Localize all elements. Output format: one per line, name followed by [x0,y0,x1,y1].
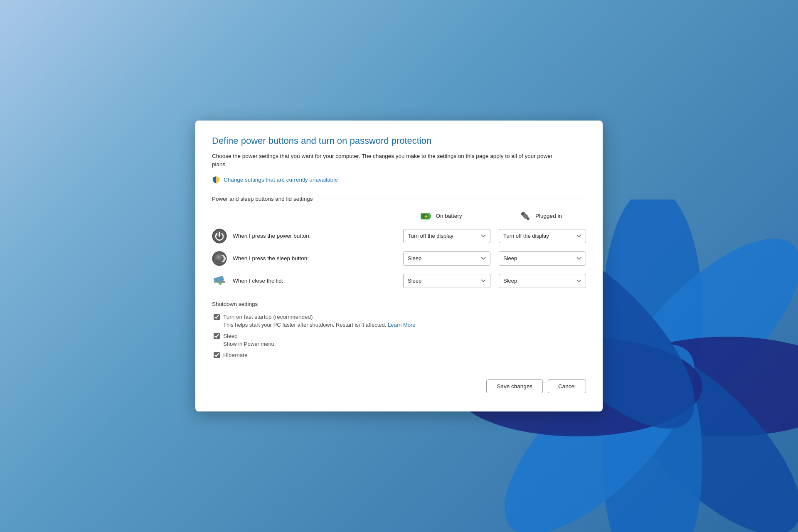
fast-startup-label: Turn on fast startup (recommended) [223,314,313,320]
sleep-button-icon [212,251,227,266]
lid-label: When I close the lid: [233,278,403,284]
bottom-divider [195,371,603,371]
sleep-button-plugged-dropdown[interactable]: Do nothing Sleep Hibernate Shut down Tur… [499,251,586,266]
power-button-plugged-dropdown[interactable]: Do nothing Sleep Hibernate Shut down Tur… [499,229,586,243]
power-button-row: When I press the power button: Do nothin… [212,229,586,244]
save-changes-button[interactable]: Save changes [486,379,543,393]
svg-text:⚡: ⚡ [424,214,429,219]
svg-point-0 [603,200,702,436]
svg-rect-9 [430,214,431,218]
sleep-checkbox-row: Sleep [214,333,586,339]
shutdown-items: Turn on fast startup (recommended) This … [212,314,586,358]
sleep-checkbox[interactable] [214,333,220,339]
hibernate-checkbox-row: Hibernate [214,352,586,358]
lid-close-icon [212,273,227,288]
svg-point-2 [603,337,798,436]
button-row: Save changes Cancel [212,379,586,393]
fast-startup-checkbox-row: Turn on fast startup (recommended) [214,314,586,320]
hibernate-checkbox[interactable] [214,352,220,358]
battery-icon: ⚡ [419,209,432,223]
on-battery-header: ⚡ On battery [395,209,486,223]
lid-battery-dropdown[interactable]: Do nothing Sleep Hibernate Shut down Tur… [403,274,490,288]
sleep-label: Sleep [223,333,238,339]
plugged-in-header: Plugged in [495,209,586,223]
fast-startup-desc: This helps start your PC faster after sh… [214,322,586,328]
power-button-icon [212,229,227,244]
change-settings-link[interactable]: Change settings that are currently unava… [224,177,338,183]
power-button-label: When I press the power button: [233,233,403,239]
hibernate-item: Hibernate [214,352,586,358]
lid-plugged-dropdown[interactable]: Do nothing Sleep Hibernate Shut down Tur… [499,274,586,288]
power-button-dropdowns: Do nothing Sleep Hibernate Shut down Tur… [403,229,586,243]
power-options-dialog: Define power buttons and turn on passwor… [195,121,603,411]
svg-point-1 [582,210,798,457]
power-button-battery-dropdown[interactable]: Do nothing Sleep Hibernate Shut down Tur… [403,229,490,243]
fast-startup-checkbox[interactable] [214,314,220,320]
sleep-button-dropdowns: Do nothing Sleep Hibernate Shut down Tur… [403,251,586,266]
sleep-button-label: When I press the sleep button: [233,255,403,261]
sleep-item: Sleep Show in Power menu. [214,333,586,347]
power-settings-rows: When I press the power button: Do nothin… [212,229,586,288]
sleep-desc: Show in Power menu. [214,341,586,347]
svg-point-4 [603,337,702,532]
power-sleep-section-header: Power and sleep buttons and lid settings [212,196,586,202]
cancel-button[interactable]: Cancel [548,379,586,393]
sleep-button-row: When I press the sleep button: Do nothin… [212,251,586,266]
learn-more-link[interactable]: Learn More [388,322,415,328]
dialog-title: Define power buttons and turn on passwor… [212,135,586,146]
column-headers: ⚡ On battery Plugged in [212,209,586,223]
hibernate-label: Hibernate [223,352,248,358]
change-settings-row: Change settings that are currently unava… [212,176,586,184]
plug-icon [519,209,532,223]
lid-dropdowns: Do nothing Sleep Hibernate Shut down Tur… [403,274,586,288]
lid-row: When I close the lid: Do nothing Sleep H… [212,273,586,288]
dialog-description: Choose the power settings that you want … [212,152,553,169]
svg-point-3 [582,316,798,532]
sleep-button-battery-dropdown[interactable]: Do nothing Sleep Hibernate Shut down Tur… [403,251,490,266]
shutdown-section-header: Shutdown settings [212,301,586,307]
fast-startup-item: Turn on fast startup (recommended) This … [214,314,586,328]
shield-icon [212,176,220,184]
